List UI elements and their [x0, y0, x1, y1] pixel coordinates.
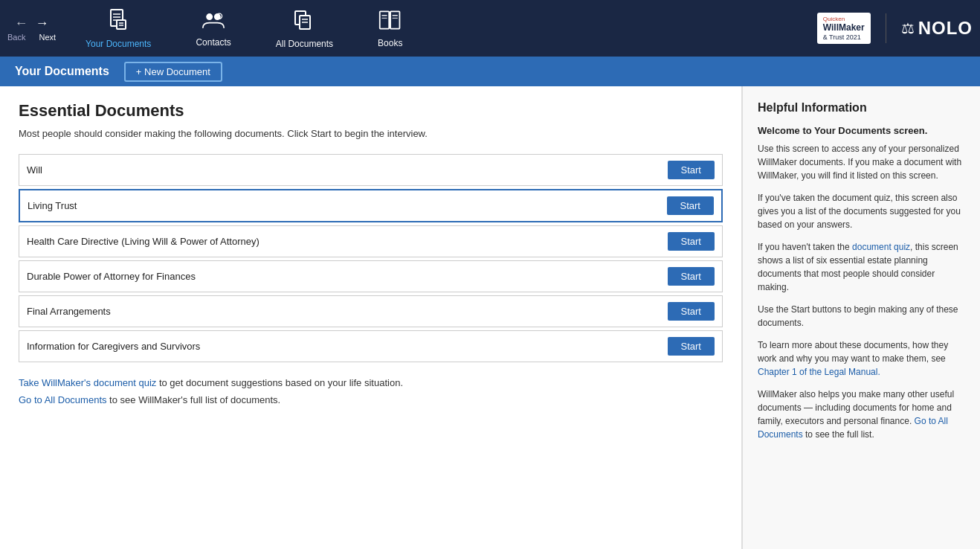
doc-label-final-arrangements: Final Arrangements [27, 306, 111, 317]
helpful-subtitle: Welcome to Your Documents screen. [758, 125, 965, 136]
doc-label-durable-power: Durable Power of Attorney for Finances [27, 271, 196, 282]
doc-row-durable-power[interactable]: Durable Power of Attorney for FinancesSt… [19, 260, 723, 292]
quicken-text: Quicken [823, 16, 865, 23]
start-button-will[interactable]: Start [668, 161, 715, 179]
start-button-final-arrangements[interactable]: Start [668, 302, 715, 321]
doc-label-living-trust: Living Trust [28, 200, 77, 211]
all-documents-label: All Documents [276, 39, 333, 49]
nav-contacts[interactable]: Contacts [173, 10, 253, 48]
nolo-text: NOLO [918, 18, 973, 39]
chapter-link[interactable]: Chapter 1 of the Legal Manual. [758, 367, 880, 377]
all-docs-link[interactable]: Go to All Documents [19, 394, 107, 405]
next-label: Next [39, 33, 56, 42]
svg-rect-15 [390, 11, 399, 28]
quiz-link[interactable]: Take WillMaker's document quiz [19, 377, 156, 388]
next-arrow-button[interactable]: → [34, 16, 51, 31]
nav-books[interactable]: Books [355, 9, 425, 48]
start-button-living-trust[interactable]: Start [667, 196, 714, 215]
start-button-durable-power[interactable]: Start [668, 267, 715, 286]
doc-row-living-trust[interactable]: Living TrustStart [19, 189, 723, 222]
quiz-link-row: Take WillMaker's document quiz to get do… [19, 377, 723, 388]
svg-point-7 [206, 13, 213, 20]
back-next-container: ← → Back Next [7, 16, 56, 42]
top-navigation: ← → Back Next Your Documents [0, 0, 980, 57]
helpful-para-2: If you haven't taken the document quiz, … [758, 240, 965, 294]
svg-rect-4 [117, 20, 126, 29]
start-button-information-caregivers[interactable]: Start [668, 337, 715, 356]
helpful-para-3: Use the Start buttons to begin making an… [758, 303, 965, 330]
willmaker-text: WillMaker [823, 22, 865, 33]
back-arrow-button[interactable]: ← [13, 16, 30, 31]
back-label: Back [7, 33, 25, 42]
doc-row-health-care-directive[interactable]: Health Care Directive (Living Will & Pow… [19, 225, 723, 257]
nav-all-documents[interactable]: All Documents [254, 8, 355, 49]
helpful-para-1: If you've taken the document quiz, this … [758, 191, 965, 231]
doc-label-health-care-directive: Health Care Directive (Living Will & Pow… [27, 236, 259, 247]
start-button-health-care-directive[interactable]: Start [668, 232, 715, 251]
new-document-button[interactable]: + New Document [124, 62, 222, 82]
nolo-logo: ⚖ NOLO [901, 18, 973, 39]
right-panel: Helpful Information Welcome to Your Docu… [742, 86, 980, 549]
logo-area: Quicken WillMaker & Trust 2021 ⚖ NOLO [817, 13, 973, 45]
all-docs-link-row: Go to All Documents to see WillMaker's f… [19, 394, 723, 405]
your-documents-icon [106, 8, 130, 36]
nav-arrows: ← → [13, 16, 51, 31]
quiz-suffix: to get document suggestions based on you… [156, 377, 403, 388]
helpful-title: Helpful Information [758, 101, 965, 115]
helpful-para-5: WillMaker also helps you make many other… [758, 388, 965, 441]
document-list: WillStartLiving TrustStartHealth Care Di… [19, 154, 723, 362]
helpful-para-0: Use this screen to access any of your pe… [758, 142, 965, 182]
svg-rect-14 [380, 11, 389, 28]
footer-links: Take WillMaker's document quiz to get do… [19, 377, 723, 405]
scale-icon: ⚖ [901, 19, 915, 37]
main-content: Essential Documents Most people should c… [0, 86, 980, 549]
doc-row-will[interactable]: WillStart [19, 154, 723, 186]
nav-your-documents[interactable]: Your Documents [63, 8, 173, 49]
your-documents-label: Your Documents [86, 39, 151, 49]
contacts-icon [202, 10, 225, 34]
logo-divider [886, 13, 886, 43]
helpful-para-4: To learn more about these documents, how… [758, 338, 965, 379]
books-label: Books [378, 38, 402, 48]
all-documents-icon [292, 8, 316, 36]
doc-label-information-caregivers: Information for Caregivers and Survivors [27, 341, 200, 352]
back-next-labels: Back Next [7, 33, 56, 42]
all-docs-suffix: to see WillMaker's full list of document… [107, 394, 281, 405]
doc-row-information-caregivers[interactable]: Information for Caregivers and Survivors… [19, 330, 723, 362]
books-icon [378, 9, 402, 35]
contacts-label: Contacts [196, 37, 231, 48]
section-title: Essential Documents [19, 101, 723, 121]
document-quiz-link[interactable]: document quiz [852, 242, 910, 252]
doc-row-final-arrangements[interactable]: Final ArrangementsStart [19, 295, 723, 327]
section-subtitle: Most people should consider making the f… [19, 128, 723, 139]
go-to-all-docs-link[interactable]: Go to All Documents [758, 416, 948, 440]
sub-header: Your Documents + New Document [0, 57, 980, 86]
left-panel: Essential Documents Most people should c… [0, 86, 742, 549]
doc-label-will: Will [27, 164, 42, 176]
trust-text: & Trust 2021 [823, 33, 865, 42]
willmaker-logo: Quicken WillMaker & Trust 2021 [817, 13, 871, 45]
sub-header-title: Your Documents [15, 65, 109, 78]
